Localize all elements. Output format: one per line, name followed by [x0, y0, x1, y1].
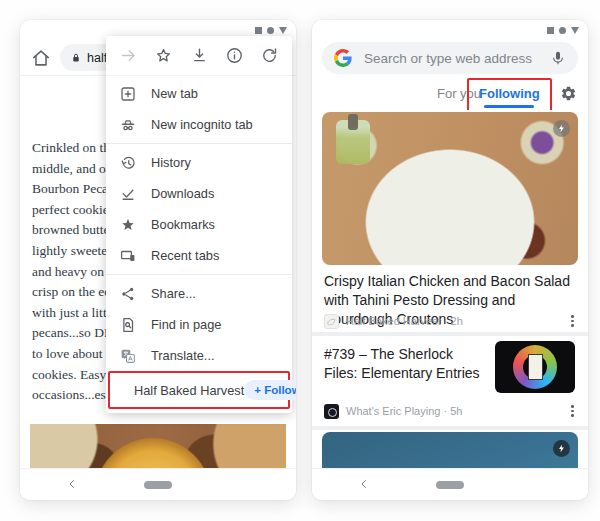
home-pill-button[interactable] [436, 481, 464, 489]
ocean-photo [322, 432, 578, 468]
back-icon[interactable] [66, 478, 78, 490]
status-bar-icons [547, 27, 579, 34]
menu-item-history[interactable]: History [106, 147, 292, 178]
home-pill-button[interactable] [144, 481, 172, 489]
amp-lightning-icon [553, 440, 570, 457]
right-phone-frame: Search or type web address For you Follo… [312, 20, 588, 500]
card-menu-icon[interactable] [565, 313, 580, 329]
menu-item-new-tab[interactable]: New tab [106, 78, 292, 109]
menu-item-downloads[interactable]: Downloads [106, 178, 292, 209]
menu-icon-row [106, 36, 292, 76]
menu-items: New tab New incognito tab History [106, 76, 292, 409]
browser-overflow-menu: New tab New incognito tab History [106, 36, 292, 413]
feed-card-salad[interactable]: Crispy Italian Chicken and Bacon Salad w… [312, 110, 588, 332]
reload-icon[interactable] [260, 46, 279, 65]
menu-divider [106, 143, 292, 144]
game-box-graphic [528, 354, 543, 380]
google-logo-icon [334, 49, 352, 67]
star-filled-icon [119, 216, 137, 234]
source-favicon-wep-icon [324, 404, 339, 419]
card-title[interactable]: #739 – The Sherlock Files: Elementary En… [324, 345, 489, 383]
search-placeholder: Search or type web address [364, 51, 550, 66]
android-nav-bar [20, 468, 296, 500]
android-nav-bar [312, 468, 588, 500]
find-in-page-icon [119, 316, 137, 334]
article-photo-cookies [30, 424, 286, 468]
download-icon[interactable] [190, 46, 209, 65]
card-source-meta: Half Baked Harvest · 2h [346, 315, 565, 327]
menu-item-label: Find in page [151, 317, 221, 332]
bookmark-star-icon[interactable] [154, 46, 173, 65]
screenshot-canvas: halfba — HALF H A R Crinkled on th middl… [0, 0, 600, 521]
menu-item-bookmarks[interactable]: Bookmarks [106, 209, 292, 240]
recent-tabs-icon [119, 247, 137, 265]
status-square-icon [255, 27, 262, 34]
tab-following[interactable]: Following [479, 86, 540, 101]
menu-item-label: Half Baked Harvest [134, 383, 244, 398]
menu-item-find-in-page[interactable]: Find in page [106, 309, 292, 340]
card-source-row: Half Baked Harvest · 2h [324, 312, 580, 330]
incognito-icon [119, 116, 137, 134]
card-source-meta: What's Eric Playing · 5h [346, 405, 565, 417]
card-menu-icon[interactable] [565, 403, 580, 419]
discover-feed: Crispy Italian Chicken and Bacon Salad w… [312, 110, 588, 468]
source-favicon-hbh-icon [324, 314, 339, 329]
lock-icon [70, 51, 82, 65]
sherlock-thumbnail [495, 341, 575, 393]
info-icon[interactable] [225, 46, 244, 65]
menu-item-translate[interactable]: Translate... [106, 340, 292, 371]
new-tab-icon [119, 85, 137, 103]
status-triangle-icon [279, 27, 287, 34]
status-circle-icon [267, 27, 274, 34]
menu-item-label: New tab [151, 86, 198, 101]
translate-icon [119, 347, 137, 365]
menu-item-label: New incognito tab [151, 117, 253, 132]
salad-photo [322, 112, 578, 265]
menu-item-label: Translate... [151, 348, 215, 363]
status-triangle-icon [571, 27, 579, 34]
menu-item-label: Bookmarks [151, 217, 215, 232]
menu-item-label: Downloads [151, 186, 214, 201]
left-phone-frame: halfba — HALF H A R Crinkled on th middl… [20, 20, 296, 500]
menu-item-share[interactable]: Share... [106, 278, 292, 309]
feed-card-sherlock[interactable]: #739 – The Sherlock Files: Elementary En… [312, 336, 588, 426]
discover-tabs: For you Following [312, 78, 588, 110]
search-bar[interactable]: Search or type web address [322, 42, 578, 74]
gear-icon[interactable] [560, 85, 577, 102]
menu-item-label: Recent tabs [151, 248, 219, 263]
mic-icon[interactable] [550, 50, 566, 66]
follow-button[interactable]: + Follow [244, 380, 296, 400]
menu-item-new-incognito-tab[interactable]: New incognito tab [106, 109, 292, 140]
back-icon[interactable] [358, 478, 370, 490]
menu-item-recent-tabs[interactable]: Recent tabs [106, 240, 292, 271]
status-bar-icons [255, 27, 287, 34]
menu-item-label: History [151, 155, 191, 170]
share-icon [119, 285, 137, 303]
status-circle-icon [559, 27, 566, 34]
menu-item-follow-site[interactable]: Half Baked Harvest + Follow [108, 371, 290, 409]
tab-active-underline [484, 105, 534, 108]
downloads-check-icon [119, 185, 137, 203]
dressing-jar [336, 120, 370, 164]
card-source-row: What's Eric Playing · 5h [324, 402, 580, 420]
forward-icon[interactable] [119, 46, 138, 65]
status-square-icon [547, 27, 554, 34]
home-icon[interactable] [30, 47, 52, 69]
amp-lightning-icon [553, 120, 570, 137]
menu-divider [106, 274, 292, 275]
menu-item-label: Share... [151, 286, 196, 301]
history-icon [119, 154, 137, 172]
feed-card-ocean[interactable] [312, 430, 588, 468]
